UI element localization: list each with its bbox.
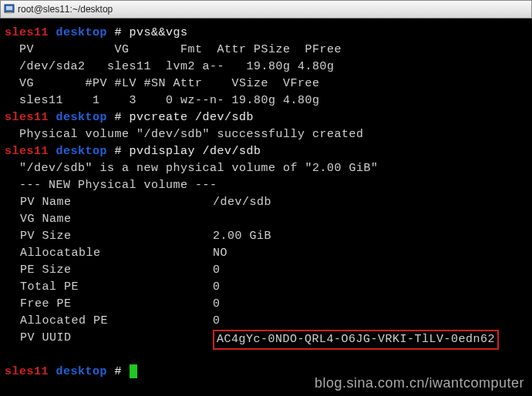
field-free-pe: Free PE0 [5,296,527,313]
cwd: desktop [56,26,108,39]
field-allocated-pe: Allocated PE0 [5,313,527,330]
pvs-header: PV VG Fmt Attr PSize PFree [5,42,527,59]
hostname: sles11 [5,26,49,39]
field-pv-size: PV Size2.00 GiB [5,228,527,245]
pvdisplay-header: --- NEW Physical volume --- [5,177,527,194]
field-total-pe: Total PE0 [5,279,527,296]
prompt-line-2: sles11 desktop # pvcreate /dev/sdb [5,109,527,126]
command-2: pvcreate /dev/sdb [130,111,254,124]
pvs-row: /dev/sda2 sles11 lvm2 a-- 19.80g 4.80g [5,59,527,76]
uuid-highlight: AC4gYc-0NDO-QRL4-O6JG-VRKI-TlLV-0edn62 [213,330,499,350]
window-title: root@sles11:~/desktop [18,4,113,15]
putty-icon [4,4,15,15]
svg-rect-2 [7,12,12,14]
prompt-line-1: sles11 desktop # pvs&&vgs [5,25,527,42]
pvdisplay-msg: "/dev/sdb" is a new physical volume of "… [5,160,527,177]
command-3: pvdisplay /dev/sdb [130,145,261,158]
pvcreate-output: Physical volume "/dev/sdb" successfully … [5,126,527,143]
cursor [130,364,137,378]
prompt-line-3: sles11 desktop # pvdisplay /dev/sdb [5,143,527,160]
field-pe-size: PE Size0 [5,262,527,279]
command-1: pvs&&vgs [130,26,188,39]
vgs-row: sles11 1 3 0 wz--n- 19.80g 4.80g [5,92,527,109]
terminal-area[interactable]: sles11 desktop # pvs&&vgs PV VG Fmt Attr… [0,18,532,396]
vgs-header: VG #PV #LV #SN Attr VSize VFree [5,76,527,92]
window-titlebar: root@sles11:~/desktop [0,0,532,18]
field-vg-name: VG Name [5,211,527,228]
svg-rect-1 [6,6,12,10]
field-allocatable: AllocatableNO [5,245,527,262]
field-pv-name: PV Name/dev/sdb [5,194,527,211]
field-pv-uuid: PV UUIDAC4gYc-0NDO-QRL4-O6JG-VRKI-TlLV-0… [5,330,527,350]
watermark: blog.sina.com.cn/iwantcomputer [315,374,524,391]
